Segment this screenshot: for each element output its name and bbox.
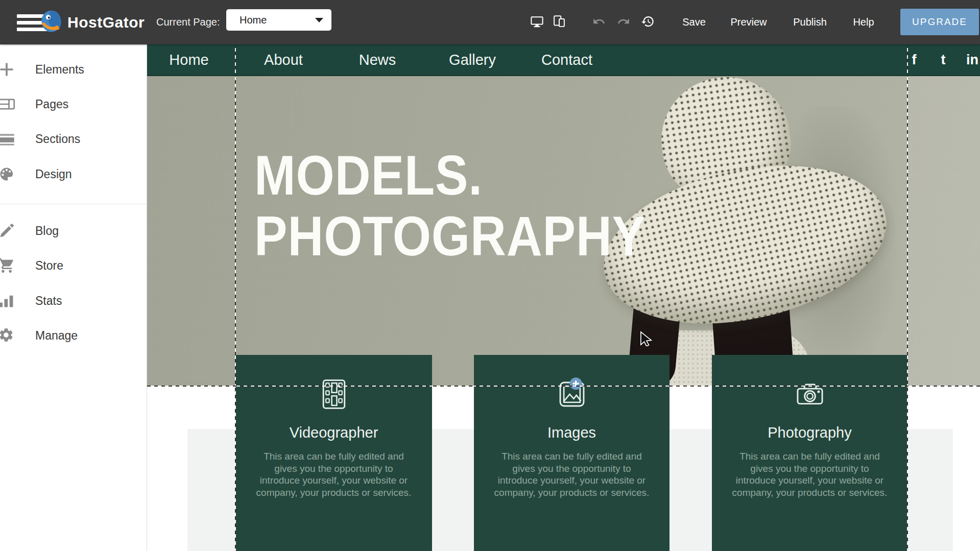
page-selector-value: Home	[240, 14, 267, 26]
linkedin-icon[interactable]: in	[966, 44, 978, 75]
pencil-icon	[0, 222, 15, 239]
feature-card-photography[interactable]: Photography This area can be fully edite…	[712, 355, 907, 551]
card-title: Photography	[712, 424, 907, 441]
sidebar-item-label: Pages	[35, 94, 68, 114]
hostgator-logo[interactable]: HostGator	[39, 0, 145, 44]
hero-wall-light	[907, 76, 980, 387]
site-nav-home[interactable]: Home	[169, 44, 208, 75]
site-nav-news[interactable]: News	[359, 44, 396, 75]
page-selector[interactable]: Home	[226, 9, 331, 31]
mouse-cursor	[640, 331, 653, 348]
image-add-icon	[474, 376, 670, 412]
topbar: HostGator Current Page: Home	[0, 0, 980, 44]
site-navbar[interactable]: Home About News Gallery Contact f t in	[147, 44, 980, 76]
sidebar-item-store[interactable]: Store	[0, 255, 147, 276]
sidebar-divider	[0, 204, 147, 204]
sidebar-item-design[interactable]: Design	[0, 164, 147, 184]
upgrade-button[interactable]: UPGRADE	[900, 9, 979, 35]
sidebar-item-manage[interactable]: Manage	[0, 325, 147, 346]
sidebar-item-label: Store	[35, 255, 63, 276]
site-nav-about[interactable]: About	[264, 44, 303, 75]
mobile-preview-icon[interactable]	[552, 14, 566, 30]
version-history-icon[interactable]	[641, 14, 655, 30]
sidebar-item-blog[interactable]: Blog	[0, 221, 147, 241]
editor-canvas: Home About News Gallery Contact f t in M…	[147, 44, 980, 551]
sidebar-item-sections[interactable]: Sections	[0, 129, 147, 149]
film-icon	[235, 376, 432, 412]
undo-icon[interactable]	[592, 15, 606, 30]
sidebar-item-stats[interactable]: Stats	[0, 291, 147, 311]
facebook-icon[interactable]: f	[912, 44, 917, 75]
sidebar-item-label: Sections	[35, 129, 80, 149]
preview-button[interactable]: Preview	[730, 0, 767, 44]
sidebar-item-label: Elements	[35, 59, 84, 80]
brand-name: HostGator	[67, 14, 145, 31]
redo-icon[interactable]	[617, 15, 630, 30]
hostgator-gator-icon	[39, 9, 67, 36]
card-body: This area can be fully edited and gives …	[492, 450, 652, 498]
hero-title[interactable]: MODELS. PHOTOGRAPHY	[254, 145, 646, 266]
card-body: This area can be fully edited and gives …	[254, 450, 414, 498]
site-nav-contact[interactable]: Contact	[541, 44, 592, 75]
cart-icon	[0, 257, 15, 274]
twitter-icon[interactable]: t	[941, 44, 946, 75]
plus-icon	[0, 61, 15, 78]
sidebar-item-label: Stats	[35, 291, 62, 311]
card-title: Images	[474, 424, 670, 441]
chevron-down-icon	[315, 18, 323, 22]
current-page-label: Current Page:	[156, 0, 220, 44]
feature-card-images[interactable]: Images This area can be fully edited and…	[474, 355, 670, 551]
hostgator-builder: HostGator Current Page: Home	[0, 0, 980, 551]
bar-chart-icon	[0, 292, 15, 309]
help-button[interactable]: Help	[853, 0, 874, 44]
publish-button[interactable]: Publish	[793, 0, 827, 44]
pages-icon	[0, 95, 15, 113]
camera-icon	[712, 376, 907, 412]
hero-section[interactable]: MODELS. PHOTOGRAPHY	[147, 76, 980, 387]
save-button[interactable]: Save	[682, 0, 706, 44]
palette-icon	[0, 165, 15, 183]
sections-icon	[0, 130, 15, 148]
feature-card-videographer[interactable]: Videographer This area can be fully edit…	[235, 355, 432, 551]
sidebar-item-label: Design	[35, 164, 72, 184]
sidebar: Elements Pages Sections	[0, 44, 147, 551]
gear-icon	[0, 327, 15, 344]
card-body: This area can be fully edited and gives …	[730, 450, 890, 498]
sidebar-item-pages[interactable]: Pages	[0, 94, 147, 114]
sidebar-item-label: Manage	[35, 325, 78, 346]
desktop-preview-icon[interactable]	[530, 15, 544, 30]
selection-guide-right	[907, 44, 908, 551]
hero-title-line2: PHOTOGRAPHY	[254, 205, 646, 266]
sidebar-item-label: Blog	[35, 221, 59, 241]
selection-guide-bottom	[147, 386, 980, 387]
site-nav-gallery[interactable]: Gallery	[449, 44, 496, 75]
hero-title-line1: MODELS.	[254, 145, 646, 205]
card-title: Videographer	[235, 424, 432, 441]
sidebar-item-elements[interactable]: Elements	[0, 59, 147, 80]
selection-guide-left	[235, 44, 236, 551]
